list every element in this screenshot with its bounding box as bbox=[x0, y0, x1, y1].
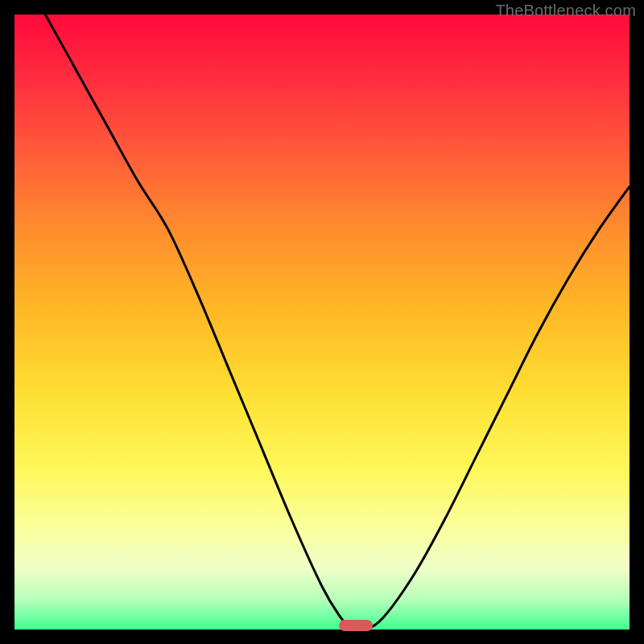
plot-area bbox=[14, 14, 630, 630]
watermark-text: TheBottleneck.com bbox=[495, 2, 636, 20]
chart-frame: TheBottleneck.com bbox=[0, 0, 644, 644]
bottleneck-curve bbox=[14, 14, 630, 630]
optimal-marker bbox=[339, 620, 373, 631]
